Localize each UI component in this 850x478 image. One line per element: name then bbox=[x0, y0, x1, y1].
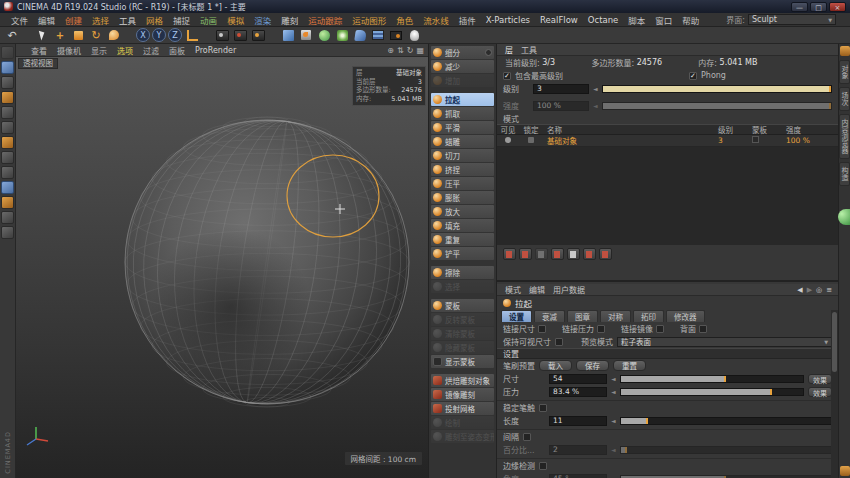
keep-visual-size-checkbox[interactable] bbox=[555, 338, 563, 346]
menu-motion-tracker[interactable]: 运动跟踪 bbox=[303, 14, 347, 26]
tab-tools[interactable]: 工具 bbox=[521, 44, 537, 55]
close-button[interactable]: × bbox=[829, 2, 846, 12]
menu-character[interactable]: 角色 bbox=[391, 14, 418, 26]
camera-pan-icon[interactable]: ⊕ bbox=[387, 46, 394, 55]
rotate-tool-icon[interactable]: ↻ bbox=[88, 28, 104, 43]
viewport-solo-icon[interactable] bbox=[1, 166, 14, 179]
maximize-button[interactable]: □ bbox=[810, 2, 827, 12]
menu-select[interactable]: 选择 bbox=[87, 14, 114, 26]
size-field[interactable]: 54 bbox=[549, 374, 607, 384]
tool-pull[interactable]: 拉起 bbox=[431, 93, 494, 106]
axis-mode-icon[interactable] bbox=[1, 151, 14, 164]
tool-inflate[interactable]: 膨胀 bbox=[431, 191, 494, 204]
edges-mode-icon[interactable] bbox=[1, 121, 14, 134]
enable-snap-icon[interactable] bbox=[1, 181, 14, 194]
view-label[interactable]: 透视视图 bbox=[18, 58, 58, 69]
menu-render[interactable]: 渲染 bbox=[249, 14, 276, 26]
spacing-checkbox[interactable] bbox=[523, 433, 531, 441]
dock-tab-content-browser[interactable]: 内容浏览器 bbox=[839, 114, 850, 159]
perspective-viewport[interactable]: 查看 摄像机 显示 选项 过滤 面板 ProRender ⊕ ⇅ ↻ ▦ 透视视… bbox=[16, 44, 428, 478]
deformer-icon[interactable] bbox=[352, 28, 368, 43]
menu-create[interactable]: 创建 bbox=[60, 14, 87, 26]
menu-pipeline[interactable]: 流水线 bbox=[418, 14, 454, 26]
menu-mesh[interactable]: 网格 bbox=[141, 14, 168, 26]
menu-xparticles[interactable]: X-Particles bbox=[481, 15, 535, 25]
dock-tab-takes[interactable]: 场次 bbox=[839, 87, 850, 111]
base-object-name[interactable]: 基础对象 bbox=[543, 135, 718, 146]
camera-zoom-icon[interactable]: ⇅ bbox=[397, 46, 404, 55]
menu-realflow[interactable]: RealFlow bbox=[535, 15, 583, 25]
tool-smooth[interactable]: 平滑 bbox=[431, 121, 494, 134]
tab-settings[interactable]: 设置 bbox=[501, 310, 532, 322]
add-layer-icon[interactable] bbox=[503, 248, 516, 260]
render-picture-viewer-icon[interactable] bbox=[232, 28, 248, 43]
attribute-scrollbar[interactable] bbox=[831, 310, 838, 478]
vp-menu-filter[interactable]: 过滤 bbox=[138, 45, 164, 56]
dock-bottom-icon[interactable] bbox=[840, 466, 850, 476]
generator-icon[interactable] bbox=[316, 28, 332, 43]
x-axis-lock-icon[interactable]: X bbox=[136, 28, 150, 42]
save-preset-button[interactable]: 保存 bbox=[576, 360, 609, 371]
length-stepper[interactable]: ◄ bbox=[611, 417, 616, 424]
link-pressure-checkbox[interactable] bbox=[597, 325, 605, 333]
search-icon[interactable]: ◎ bbox=[816, 286, 822, 294]
move-tool-icon[interactable]: + bbox=[52, 28, 68, 43]
settings-section-bar[interactable]: 设置 bbox=[497, 348, 838, 359]
texture-mode-icon[interactable] bbox=[1, 76, 14, 89]
menu-script[interactable]: 脚本 bbox=[623, 14, 650, 26]
tab-stamp[interactable]: 图章 bbox=[567, 310, 598, 322]
vp-menu-camera[interactable]: 摄像机 bbox=[52, 45, 86, 56]
am-menu-edit[interactable]: 编辑 bbox=[529, 284, 545, 295]
make-editable-icon[interactable] bbox=[1, 46, 14, 59]
viewport-canvas[interactable]: 层基础对象 当前层3 多边形数量:24576 内存:5.041 MB 网格间距 … bbox=[16, 57, 428, 478]
tool-project-mesh[interactable]: 投射网格 bbox=[431, 402, 494, 415]
tool-erase[interactable]: 擦除 bbox=[431, 266, 494, 279]
z-axis-lock-icon[interactable]: Z bbox=[168, 28, 182, 42]
history-back-icon[interactable]: ◀ bbox=[797, 286, 802, 294]
add-folder-icon[interactable] bbox=[519, 248, 532, 260]
vp-menu-display[interactable]: 显示 bbox=[86, 45, 112, 56]
level-field[interactable]: 3 bbox=[533, 84, 589, 94]
visibility-dot-icon[interactable] bbox=[505, 137, 511, 143]
level-slider[interactable] bbox=[602, 85, 832, 93]
menu-help[interactable]: 帮助 bbox=[677, 14, 704, 26]
live-selection-icon[interactable] bbox=[34, 28, 50, 43]
tool-wax[interactable]: 蜡雕 bbox=[431, 135, 494, 148]
tool-mirror-sculpt[interactable]: 镜像雕刻 bbox=[431, 388, 494, 401]
menu-octane[interactable]: Octane bbox=[583, 15, 624, 25]
planar-workplane-icon[interactable] bbox=[1, 226, 14, 239]
points-mode-icon[interactable] bbox=[1, 106, 14, 119]
include-top-level-checkbox[interactable]: ✓ bbox=[503, 72, 511, 80]
dock-tab-structure[interactable]: 构造 bbox=[839, 162, 850, 186]
coordinate-system-icon[interactable] bbox=[184, 28, 200, 43]
vp-menu-panel[interactable]: 面板 bbox=[164, 45, 190, 56]
green-sphere-handle[interactable] bbox=[838, 209, 850, 225]
last-tool-icon[interactable] bbox=[106, 28, 122, 43]
pressure-stepper[interactable]: ◄ bbox=[611, 388, 616, 395]
menu-window[interactable]: 窗口 bbox=[650, 14, 677, 26]
render-view-icon[interactable] bbox=[214, 28, 230, 43]
size-stepper[interactable]: ◄ bbox=[611, 375, 616, 382]
vp-menu-options[interactable]: 选项 bbox=[112, 45, 138, 56]
base-object-row[interactable]: 基础对象 3 100 % bbox=[497, 135, 838, 147]
menu-tools[interactable]: 工具 bbox=[114, 14, 141, 26]
delete-layer-icon[interactable] bbox=[599, 248, 612, 260]
tool-amplify[interactable]: 放大 bbox=[431, 205, 494, 218]
menu-file[interactable]: 文件 bbox=[6, 14, 33, 26]
y-axis-lock-icon[interactable]: Y bbox=[152, 28, 166, 42]
tool-subdivide[interactable]: 细分 bbox=[431, 46, 494, 59]
lock-icon[interactable] bbox=[528, 137, 534, 143]
load-preset-button[interactable]: 载入 bbox=[539, 360, 572, 371]
polygons-mode-icon[interactable] bbox=[1, 136, 14, 149]
menu-plugins[interactable]: 插件 bbox=[454, 14, 481, 26]
scale-tool-icon[interactable] bbox=[70, 28, 86, 43]
magnet-snap-icon[interactable] bbox=[1, 196, 14, 209]
model-mode-icon[interactable] bbox=[1, 61, 14, 74]
menu-edit[interactable]: 编辑 bbox=[33, 14, 60, 26]
tab-stencil[interactable]: 拓印 bbox=[633, 310, 664, 322]
gear-icon[interactable] bbox=[485, 49, 492, 56]
reset-preset-button[interactable]: 重置 bbox=[613, 360, 646, 371]
sculpt-sphere[interactable] bbox=[16, 57, 428, 478]
dock-tab-objects[interactable]: 对象 bbox=[839, 60, 850, 84]
workplane-lock-icon[interactable] bbox=[1, 211, 14, 224]
